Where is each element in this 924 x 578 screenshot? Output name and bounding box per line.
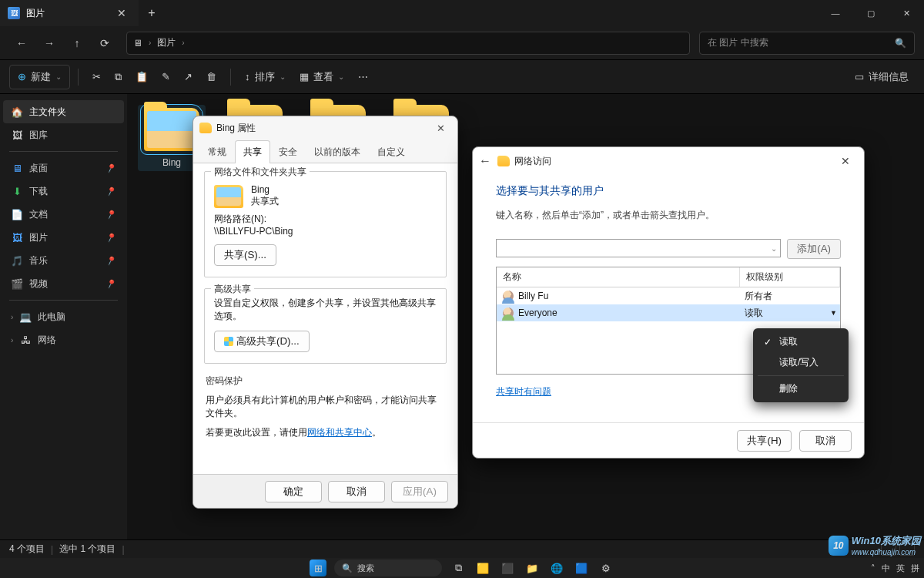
- check-icon: ✓: [764, 337, 773, 348]
- taskbar-explorer[interactable]: 📁: [524, 560, 541, 576]
- col-perm[interactable]: 权限级别: [740, 267, 840, 287]
- breadcrumb[interactable]: 🖥› 图片›: [126, 32, 690, 55]
- user-combo[interactable]: ⌄: [496, 239, 781, 257]
- close-button[interactable]: ✕: [833, 152, 858, 170]
- sidebar-item-thispc[interactable]: ›💻此电脑: [3, 305, 124, 328]
- task-view-button[interactable]: ⧉: [450, 560, 467, 576]
- chevron-right-icon: ›: [11, 313, 13, 321]
- up-button[interactable]: ↑: [65, 31, 89, 55]
- more-button[interactable]: ⋯: [352, 65, 374, 89]
- user-name: Billy Fu: [518, 291, 548, 301]
- add-button[interactable]: 添加(A): [787, 239, 841, 259]
- close-button[interactable]: ✕: [430, 119, 451, 136]
- taskbar-app[interactable]: 🟨: [474, 560, 491, 576]
- new-button[interactable]: ⊕新建⌄: [9, 65, 70, 89]
- share-button[interactable]: ↗: [178, 65, 199, 89]
- apply-button[interactable]: 应用(A): [391, 481, 448, 502]
- tab-custom[interactable]: 自定义: [369, 140, 413, 163]
- start-button[interactable]: ⊞: [310, 560, 326, 576]
- minimize-button[interactable]: —: [818, 0, 853, 26]
- dialog-titlebar[interactable]: Bing 属性 ✕: [193, 116, 457, 139]
- menu-item-readwrite[interactable]: 读取/写入: [753, 352, 849, 373]
- pictures-icon: 🖼: [8, 7, 20, 19]
- view-button[interactable]: ▦查看⌄: [293, 65, 350, 89]
- refresh-button[interactable]: ⟳: [92, 31, 117, 55]
- dialog-title: Bing 属性: [216, 122, 256, 135]
- taskbar-settings[interactable]: ⚙: [598, 560, 614, 576]
- taskbar-search[interactable]: 🔍搜索: [334, 560, 442, 576]
- sidebar-item-documents[interactable]: 📄文档📍: [3, 203, 124, 226]
- status-item-count: 4 个项目: [9, 543, 45, 556]
- sidebar: 🏠主文件夹 🖼图库 🖥桌面📍 ⬇下载📍 📄文档📍 🖼图片📍 🎵音乐📍 🎬视频📍 …: [0, 94, 127, 539]
- ok-button[interactable]: 确定: [265, 481, 322, 502]
- breadcrumb-item[interactable]: 图片: [157, 36, 176, 49]
- copy-button[interactable]: ⧉: [109, 65, 128, 89]
- search-input[interactable]: 在 图片 中搜索 🔍: [699, 32, 915, 55]
- tray-lang1[interactable]: 中: [882, 563, 890, 574]
- system-tray[interactable]: ˄ 中 英 拼: [871, 563, 919, 574]
- menu-separator: [758, 375, 844, 376]
- cut-button[interactable]: ✂: [86, 65, 107, 89]
- taskbar-edge[interactable]: 🌐: [548, 560, 565, 576]
- list-item[interactable]: Billy Fu 所有者: [497, 287, 840, 304]
- new-tab-button[interactable]: +: [139, 0, 165, 26]
- tray-lang2[interactable]: 英: [896, 563, 905, 574]
- sort-button[interactable]: ↕排序⌄: [239, 65, 292, 89]
- details-pane-button[interactable]: ▭详细信息: [849, 65, 915, 89]
- home-icon: 🏠: [11, 106, 23, 118]
- list-item[interactable]: Everyone 读取▼: [497, 304, 840, 321]
- tab-versions[interactable]: 以前的版本: [306, 140, 369, 163]
- pin-icon: 📍: [104, 230, 118, 244]
- taskbar-app[interactable]: ⬛: [499, 560, 516, 576]
- maximize-button[interactable]: ▢: [853, 0, 889, 26]
- title-bar: 🖼 图片 ✕ + — ▢ ✕: [0, 0, 924, 26]
- delete-button[interactable]: 🗑: [200, 65, 223, 89]
- cancel-button[interactable]: 取消: [799, 430, 852, 452]
- network-icon: 🖧: [19, 334, 32, 346]
- sidebar-item-pictures[interactable]: 🖼图片📍: [3, 226, 124, 249]
- shield-icon: [224, 337, 233, 346]
- folder-icon: [144, 108, 199, 151]
- menu-item-remove[interactable]: 删除: [753, 378, 849, 399]
- tray-chevron-icon[interactable]: ˄: [871, 563, 875, 573]
- folder-icon: [214, 185, 243, 208]
- monitor-icon: 🖥: [133, 38, 142, 49]
- chevron-down-icon[interactable]: ▼: [830, 309, 837, 317]
- taskbar-app[interactable]: 🟦: [573, 560, 590, 576]
- watermark-url: www.qdhuajin.com: [852, 548, 921, 556]
- window-tab[interactable]: 🖼 图片 ✕: [0, 0, 139, 26]
- advanced-share-button[interactable]: 高级共享(D)...: [214, 331, 310, 352]
- tab-security[interactable]: 安全: [270, 140, 306, 163]
- sidebar-item-downloads[interactable]: ⬇下载📍: [3, 180, 124, 203]
- sidebar-item-home[interactable]: 🏠主文件夹: [3, 100, 124, 123]
- back-button[interactable]: ←: [479, 154, 497, 168]
- password-text-1: 用户必须具有此计算机的用户帐户和密码，才能访问共享文件夹。: [206, 394, 445, 420]
- back-button[interactable]: ←: [9, 31, 34, 55]
- sidebar-item-desktop[interactable]: 🖥桌面📍: [3, 156, 124, 180]
- help-link[interactable]: 共享时有问题: [496, 386, 551, 397]
- dialog-body: 网络文件和文件夹共享 Bing 共享式 网络路径(N): \\BILLYFU-P…: [193, 163, 457, 474]
- cancel-button[interactable]: 取消: [328, 481, 385, 502]
- tab-general[interactable]: 常规: [199, 140, 235, 163]
- network-center-link[interactable]: 网络和共享中心: [307, 427, 372, 438]
- share-button[interactable]: 共享(H): [737, 430, 792, 452]
- tab-share[interactable]: 共享: [235, 140, 270, 163]
- tab-close-icon[interactable]: ✕: [117, 7, 126, 19]
- rename-button[interactable]: ✎: [156, 65, 176, 89]
- status-bar: 4 个项目 | 选中 1 个项目 |: [0, 539, 924, 558]
- paste-button[interactable]: 📋: [129, 65, 154, 89]
- watermark: 10 Win10系统家园 www.qdhuajin.com: [829, 534, 921, 556]
- share-button[interactable]: 共享(S)...: [214, 244, 276, 266]
- sidebar-item-network[interactable]: ›🖧网络: [3, 328, 124, 351]
- menu-item-read[interactable]: ✓读取: [753, 331, 849, 352]
- sidebar-item-gallery[interactable]: 🖼图库: [3, 123, 124, 146]
- close-window-button[interactable]: ✕: [889, 0, 924, 26]
- nav-bar: ← → ↑ ⟳ 🖥› 图片› 在 图片 中搜索 🔍: [0, 26, 924, 60]
- sidebar-item-music[interactable]: 🎵音乐📍: [3, 249, 124, 272]
- col-name[interactable]: 名称: [497, 267, 740, 287]
- document-icon: 📄: [11, 208, 23, 220]
- watermark-title: Win10系统家园: [852, 534, 921, 548]
- forward-button[interactable]: →: [37, 31, 62, 55]
- tray-ime[interactable]: 拼: [911, 563, 919, 574]
- sidebar-item-videos[interactable]: 🎬视频📍: [3, 272, 124, 295]
